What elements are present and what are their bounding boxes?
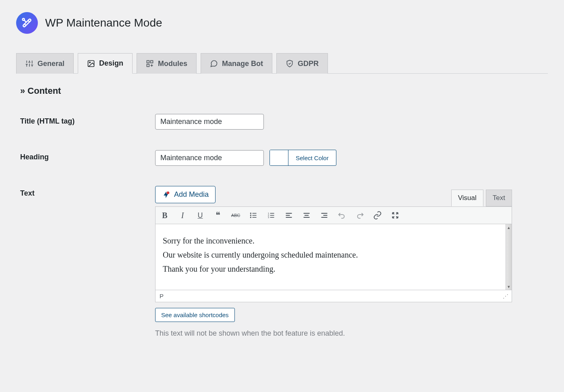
scroll-up-icon[interactable]: ▴ xyxy=(506,225,511,230)
blockquote-button[interactable]: ❝ xyxy=(213,210,223,221)
tab-general[interactable]: General xyxy=(16,53,74,74)
fullscreen-button[interactable] xyxy=(390,210,400,221)
underline-button[interactable]: U xyxy=(195,210,205,221)
svg-rect-3 xyxy=(147,61,149,63)
tab-label: Modules xyxy=(158,60,187,68)
tab-design[interactable]: Design xyxy=(78,53,133,74)
redo-button[interactable] xyxy=(355,210,365,221)
scroll-down-icon[interactable]: ▾ xyxy=(506,284,511,289)
heading-input[interactable] xyxy=(155,150,264,166)
italic-button[interactable]: I xyxy=(177,210,188,221)
title-label: Title (HTML tag) xyxy=(20,114,155,126)
strikethrough-button[interactable]: ABC xyxy=(230,210,241,221)
link-button[interactable] xyxy=(372,210,383,221)
color-swatch xyxy=(270,150,288,165)
shield-check-icon xyxy=(286,60,294,68)
settings-tabs: General Design Modules Manage Bot GDPR xyxy=(16,53,548,74)
svg-point-9 xyxy=(251,217,251,218)
section-content-title: » Content xyxy=(20,86,548,96)
tab-label: Design xyxy=(99,59,123,68)
bold-button[interactable]: B xyxy=(160,210,170,221)
resize-handle-icon[interactable]: ⋰ xyxy=(503,293,508,299)
svg-rect-5 xyxy=(147,64,149,67)
align-left-button[interactable] xyxy=(284,210,294,221)
svg-point-7 xyxy=(251,213,251,214)
editor-tab-text[interactable]: Text xyxy=(486,190,512,206)
tab-manage-bot[interactable]: Manage Bot xyxy=(201,53,272,74)
select-color-label: Select Color xyxy=(288,150,336,165)
editor-toolbar: B I U ❝ ABC 123 xyxy=(155,206,512,224)
heading-color-button[interactable]: Select Color xyxy=(270,150,336,166)
tab-gdpr[interactable]: GDPR xyxy=(276,53,328,74)
tab-label: General xyxy=(37,60,64,68)
editor-content-area[interactable]: ▴ Sorry for the inconvenience. Our websi… xyxy=(155,224,512,290)
media-icon xyxy=(162,191,170,199)
numbered-list-button[interactable]: 123 xyxy=(266,210,276,221)
editor-line: Our website is currently undergoing sche… xyxy=(163,248,504,262)
svg-point-0 xyxy=(23,19,25,21)
editor-line: Sorry for the inconvenience. xyxy=(163,234,504,248)
align-center-button[interactable] xyxy=(301,210,312,221)
undo-button[interactable] xyxy=(337,210,347,221)
bullet-list-button[interactable] xyxy=(248,210,259,221)
tab-label: GDPR xyxy=(298,60,319,68)
title-input[interactable] xyxy=(155,114,264,130)
editor-element-path[interactable]: P xyxy=(160,293,164,299)
align-right-button[interactable] xyxy=(319,210,330,221)
tab-modules[interactable]: Modules xyxy=(137,53,197,74)
svg-point-6 xyxy=(167,191,170,194)
plugin-logo xyxy=(16,12,38,34)
sliders-icon xyxy=(25,60,33,68)
chat-icon xyxy=(210,60,218,68)
page-title: WP Maintenance Mode xyxy=(45,17,162,29)
add-media-button[interactable]: Add Media xyxy=(155,186,216,203)
text-label: Text xyxy=(20,186,155,198)
heading-label: Heading xyxy=(20,150,155,161)
shortcodes-link[interactable]: See available shortcodes xyxy=(155,308,235,322)
editor-tab-visual[interactable]: Visual xyxy=(451,190,483,206)
add-media-label: Add Media xyxy=(174,190,209,199)
image-icon xyxy=(87,60,95,68)
svg-point-8 xyxy=(251,215,251,216)
text-helper: This text will not be shown when the bot… xyxy=(155,329,512,338)
tab-label: Manage Bot xyxy=(222,60,263,68)
svg-text:3: 3 xyxy=(268,216,269,219)
svg-rect-4 xyxy=(151,61,153,63)
editor-line: Thank you for your understanding. xyxy=(163,262,504,276)
svg-point-2 xyxy=(89,62,91,63)
grid-plus-icon xyxy=(146,60,154,68)
